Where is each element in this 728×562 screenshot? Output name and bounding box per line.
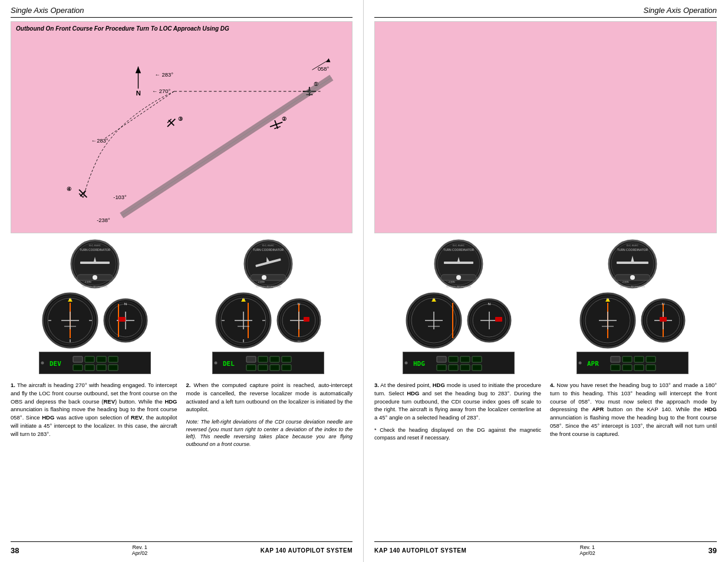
step3-text: 3. At the desired point, HDG mode is use… (374, 381, 541, 422)
svg-rect-156 (472, 365, 482, 371)
svg-point-164 (630, 275, 635, 280)
svg-point-83 (262, 275, 266, 280)
svg-text:058°: 058° (318, 66, 330, 72)
svg-text:NO PITCH INFORMATION: NO PITCH INFORMATION (620, 286, 645, 288)
instruments-row-left: D.C. ELEC TURN COORDINATOR 2 MIN NO PITC… (11, 239, 353, 374)
hsi-1a: N (41, 291, 100, 350)
svg-text:70: 70 (297, 340, 301, 343)
svg-rect-151 (460, 356, 470, 362)
step4-text: 4. Now you have reset the heading bug to… (550, 381, 717, 438)
svg-rect-115 (246, 365, 256, 371)
svg-rect-74 (108, 365, 118, 371)
step2-num: 2. (186, 382, 191, 388)
svg-rect-70 (108, 356, 118, 362)
svg-rect-191 (646, 356, 655, 362)
svg-rect-193 (622, 365, 632, 371)
svg-text:← 283°: ← 283° (155, 72, 174, 78)
left-page-num: 38 (11, 546, 19, 555)
svg-rect-111 (246, 356, 256, 362)
ap-display-4: APR (577, 352, 689, 374)
svg-text:-238°: -238° (97, 217, 110, 223)
svg-text:2 MIN: 2 MIN (622, 280, 629, 283)
right-rev: Rev. 1 (579, 544, 595, 550)
svg-text:NO PITCH INFORMATION: NO PITCH INFORMATION (256, 286, 281, 288)
left-header: Single Axis Operation (11, 6, 353, 18)
svg-text:HDG: HDG (413, 360, 425, 368)
svg-rect-69 (97, 356, 106, 362)
hsi-2b: N 70 (275, 291, 322, 350)
svg-rect-150 (449, 356, 458, 362)
text-col-2: 2. When the computed capture point is re… (186, 381, 353, 541)
instruments-row-right: D.C. ELEC TURN COORDINATOR 2 MIN NO PITC… (374, 239, 717, 374)
step2-hsi-row: N (214, 291, 322, 350)
left-footer: 38 Rev. 1 Apr/02 KAP 140 AUTOPILOT SYSTE… (11, 541, 353, 556)
text-section-right: 3. At the desired point, HDG mode is use… (374, 381, 717, 541)
step2-note: Note: The left-right deviations of the C… (186, 418, 353, 448)
svg-rect-152 (472, 356, 482, 362)
text-col-3: 3. At the desired point, HDG mode is use… (374, 381, 541, 541)
ap-display-1: DEV (39, 352, 151, 374)
svg-rect-114 (282, 356, 291, 362)
svg-rect-155 (460, 365, 470, 371)
svg-text:← 270°: ← 270° (152, 88, 171, 94)
svg-text:②: ② (282, 116, 286, 122)
left-page: Single Axis Operation Outbound On Front … (0, 0, 364, 562)
svg-rect-194 (634, 365, 644, 371)
svg-rect-153 (437, 365, 446, 371)
text-col-4: 4. Now you have reset the heading bug to… (550, 381, 717, 541)
svg-marker-15 (326, 58, 330, 62)
right-header: Single Axis Operation (374, 6, 717, 18)
svg-rect-71 (73, 365, 83, 371)
svg-point-147 (405, 362, 408, 365)
svg-text:TURN COORDINATOR: TURN COORDINATOR (617, 248, 648, 252)
svg-text:D.C. ELEC: D.C. ELEC (453, 244, 465, 247)
svg-rect-184 (660, 317, 667, 322)
left-header-title: Single Axis Operation (11, 6, 84, 15)
svg-rect-116 (258, 365, 268, 371)
svg-text:④: ④ (67, 186, 71, 192)
svg-point-186 (578, 362, 581, 365)
step1-text: 1. The aircraft is heading 270° with hea… (11, 381, 177, 438)
svg-line-20 (105, 91, 174, 138)
hsi-1b: N (102, 291, 149, 350)
svg-marker-1 (136, 67, 141, 73)
svg-text:TURN COORDINATOR: TURN COORDINATOR (253, 248, 284, 252)
svg-rect-190 (634, 356, 644, 362)
svg-text:N: N (488, 302, 490, 306)
svg-rect-145 (495, 317, 502, 322)
hsi-3b: N (466, 291, 513, 350)
left-rev: Rev. 1 (132, 544, 148, 550)
text-col-1: 1. The aircraft is heading 270° with hea… (11, 381, 177, 541)
svg-rect-106 (304, 317, 309, 322)
note-star: * Check the heading displayed on the DG … (374, 427, 541, 442)
step2-instruments: D.C. ELEC TURN COORDINATOR 2 MIN NO PITC… (184, 239, 353, 374)
right-rev-date: Apr/02 (579, 550, 595, 556)
svg-rect-192 (611, 365, 620, 371)
step3-num: 3. (374, 382, 379, 388)
turn-coordinator-3: D.C. ELEC TURN COORDINATOR 2 MIN NO PITC… (426, 239, 491, 289)
hsi-2a: N (214, 291, 273, 350)
svg-text:DEL: DEL (223, 360, 235, 368)
left-rev-date: Apr/02 (132, 550, 148, 556)
svg-rect-72 (85, 365, 94, 371)
svg-text:TURN COORDINATOR: TURN COORDINATOR (443, 248, 475, 252)
svg-text:APR: APR (587, 360, 599, 368)
hsi-4a: N (578, 291, 637, 350)
step1-num: 1. (11, 382, 15, 388)
svg-text:←283°: ←283° (91, 138, 108, 144)
svg-rect-67 (73, 356, 83, 362)
svg-text:2 MIN: 2 MIN (85, 280, 91, 283)
right-footer-system: KAP 140 AUTOPILOT SYSTEM (374, 547, 466, 554)
ap-display-3: HDG (403, 352, 515, 374)
svg-text:N: N (124, 302, 127, 306)
svg-rect-63 (118, 317, 126, 322)
svg-text:2 MIN: 2 MIN (449, 280, 455, 283)
svg-text:2 MIN: 2 MIN (258, 280, 265, 283)
svg-line-12 (121, 78, 331, 216)
nav-diagram-right (375, 22, 716, 233)
nav-diagram-left: N ← 283° ← 270° ① (11, 22, 352, 233)
svg-text:DEV: DEV (50, 360, 61, 368)
svg-rect-154 (449, 365, 458, 371)
svg-text:D.C. ELEC: D.C. ELEC (627, 244, 638, 247)
step3-hsi-row: N N (404, 291, 513, 350)
